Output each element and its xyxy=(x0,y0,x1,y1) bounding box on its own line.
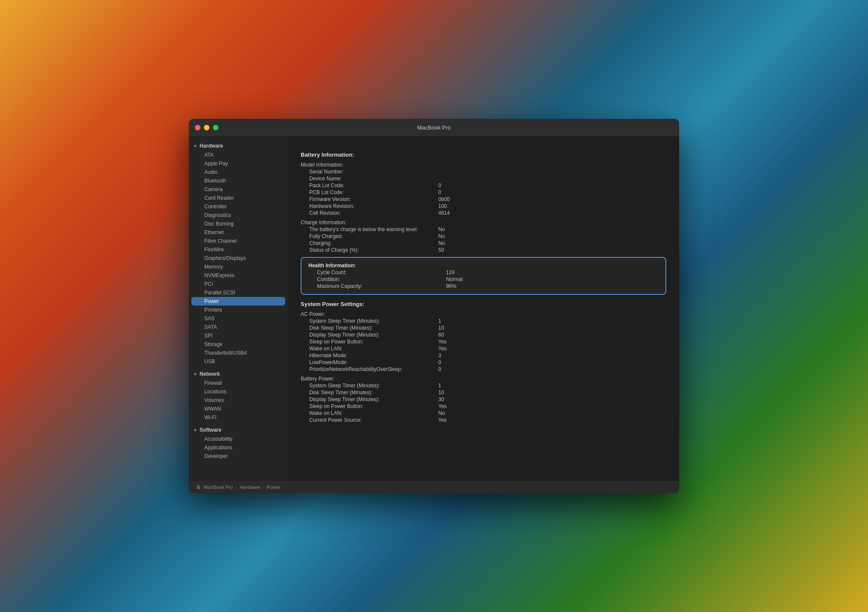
sidebar-item-card-reader[interactable]: Card Reader xyxy=(191,194,285,202)
breadcrumb-section2: Power xyxy=(267,485,280,490)
sidebar-item-fibre-channel[interactable]: Fibre Channel xyxy=(191,237,285,245)
model-info-label: Model Information: xyxy=(301,162,438,168)
sidebar-item-graphics-displays[interactable]: Graphics/Displays xyxy=(191,254,285,263)
health-info-title: Health Information: xyxy=(308,263,446,269)
bat-system-sleep-value: 1 xyxy=(438,383,441,389)
ac-disk-sleep-value: 10 xyxy=(438,325,444,331)
sidebar-item-wifi[interactable]: Wi-Fi xyxy=(191,413,285,422)
ac-prioritize-row: PrioritizeNetworkReachabilityOverSleep: … xyxy=(301,366,666,373)
charge-info-label: Charge Information: xyxy=(301,219,438,226)
battery-info-title: Battery Information: xyxy=(301,151,666,158)
window-title: MacBook Pro xyxy=(417,124,451,131)
pack-lot-code-row: Pack Lot Code: 0 xyxy=(301,182,666,189)
bat-wake-on-lan-value: No xyxy=(438,410,445,416)
fully-charged-label: Fully Charged: xyxy=(301,233,438,239)
sidebar-item-audio[interactable]: Audio xyxy=(191,168,285,176)
health-info-box: Health Information: Cycle Count: 124 Con… xyxy=(301,257,666,295)
hardware-revision-label: Hardware Revision: xyxy=(301,203,438,209)
sidebar-item-usb[interactable]: USB xyxy=(191,357,285,366)
warning-level-label: The battery's charge is below the warnin… xyxy=(301,226,438,232)
pcb-lot-code-row: PCB Lot Code: 0 xyxy=(301,189,666,196)
max-capacity-value: 96% xyxy=(446,283,456,289)
ac-hibernate-mode-row: Hibernate Mode: 3 xyxy=(301,352,666,359)
bat-disk-sleep-row: Disk Sleep Timer (Minutes): 10 xyxy=(301,389,666,396)
battery-power-label: Battery Power: xyxy=(301,376,438,382)
sidebar-item-thunderbolt[interactable]: Thunderbolt/USB4 xyxy=(191,349,285,357)
sidebar-item-ata[interactable]: ATA xyxy=(191,151,285,159)
ac-hibernate-mode-label: Hibernate Mode: xyxy=(301,352,438,359)
status-charge-label: Status of Charge (%): xyxy=(301,247,438,253)
sidebar-item-firewire[interactable]: FireWire xyxy=(191,245,285,254)
cycle-count-value: 124 xyxy=(446,269,455,275)
sidebar-item-storage[interactable]: Storage xyxy=(191,340,285,349)
bat-system-sleep-row: System Sleep Timer (Minutes): 1 xyxy=(301,382,666,389)
sidebar-item-developer[interactable]: Developer xyxy=(191,452,285,461)
maximize-button[interactable] xyxy=(213,125,219,130)
hardware-section-header[interactable]: ▼ Hardware xyxy=(189,141,288,151)
device-name-label: Device Name: xyxy=(301,176,438,182)
sidebar-item-printers[interactable]: Printers xyxy=(191,306,285,314)
status-charge-value: 50 xyxy=(438,247,444,253)
charge-info-block: Charge Information: The battery's charge… xyxy=(301,219,666,253)
ac-sleep-power-button-value: Yes xyxy=(438,339,447,345)
breadcrumb-section1: Hardware xyxy=(240,485,260,490)
model-info-row: Model Information: xyxy=(301,161,666,168)
ac-display-sleep-value: 60 xyxy=(438,332,444,338)
sidebar-item-camera[interactable]: Camera xyxy=(191,185,285,194)
ac-power-block: AC Power: System Sleep Timer (Minutes): … xyxy=(301,311,666,373)
cell-revision-label: Cell Revision: xyxy=(301,210,438,216)
sidebar-item-sata[interactable]: SATA xyxy=(191,323,285,331)
ac-disk-sleep-label: Disk Sleep Timer (Minutes): xyxy=(301,325,438,331)
sidebar-item-controller[interactable]: Controller xyxy=(191,202,285,211)
pack-lot-code-label: Pack Lot Code: xyxy=(301,182,438,189)
sidebar-item-volumes[interactable]: Volumes xyxy=(191,396,285,405)
sidebar-item-firewall[interactable]: Firewall xyxy=(191,379,285,387)
minimize-button[interactable] xyxy=(204,125,209,130)
ac-power-row: AC Power: xyxy=(301,311,666,318)
charge-info-row: Charge Information: xyxy=(301,219,666,226)
sidebar-item-applications[interactable]: Applications xyxy=(191,443,285,452)
bottom-bar: 🖥 MichBook Pro › Hardware › Power xyxy=(189,480,679,493)
software-section-header[interactable]: ▼ Software xyxy=(189,425,288,435)
sidebar-item-spi[interactable]: SPI xyxy=(191,331,285,340)
max-capacity-label: Maximum Capacity: xyxy=(308,283,446,289)
fully-charged-row: Fully Charged: No xyxy=(301,233,666,240)
charging-label: Charging: xyxy=(301,240,438,246)
ac-prioritize-value: 0 xyxy=(438,366,441,372)
firmware-version-value: 0b00 xyxy=(438,196,450,202)
sidebar-item-pci[interactable]: PCI xyxy=(191,280,285,288)
breadcrumb-computer: MichBook Pro xyxy=(203,485,233,490)
sidebar-item-bluetooth[interactable]: Bluetooth xyxy=(191,176,285,185)
bat-sleep-power-button-value: Yes xyxy=(438,403,447,409)
sidebar-item-apple-pay[interactable]: Apple Pay xyxy=(191,159,285,168)
bat-display-sleep-row: Display Sleep Timer (Minutes): 30 xyxy=(301,396,666,403)
condition-value: Normal xyxy=(446,276,463,282)
titlebar: MacBook Pro xyxy=(189,119,679,137)
sidebar-item-memory[interactable]: Memory xyxy=(191,263,285,271)
sidebar-item-parallel-scsi[interactable]: Parallel SCSI xyxy=(191,288,285,297)
condition-label: Condition: xyxy=(308,276,446,282)
cell-revision-value: 4814 xyxy=(438,210,450,216)
sidebar-item-diagnostics[interactable]: Diagnostics xyxy=(191,211,285,219)
sidebar-item-accessibility[interactable]: Accessibility xyxy=(191,435,285,443)
sidebar-item-disc-burning[interactable]: Disc Burning xyxy=(191,219,285,228)
main-window: MacBook Pro ▼ Hardware ATA Apple Pay Aud… xyxy=(189,119,679,493)
ac-prioritize-label: PrioritizeNetworkReachabilityOverSleep: xyxy=(301,366,438,372)
hardware-revision-row: Hardware Revision: 100 xyxy=(301,203,666,210)
sidebar-item-sas[interactable]: SAS xyxy=(191,314,285,323)
network-section-header[interactable]: ▼ Network xyxy=(189,369,288,379)
device-name-row: Device Name: xyxy=(301,175,666,182)
sidebar-item-nvmexpress[interactable]: NVMExpress xyxy=(191,271,285,280)
sidebar-item-ethernet[interactable]: Ethernet xyxy=(191,228,285,237)
close-button[interactable] xyxy=(195,125,200,130)
hardware-revision-value: 100 xyxy=(438,203,447,209)
network-chevron-icon: ▼ xyxy=(193,372,197,376)
breadcrumb-sep-1: › xyxy=(235,485,237,490)
sidebar-item-wwan[interactable]: WWAN xyxy=(191,405,285,413)
content-area: ▼ Hardware ATA Apple Pay Audio Bluetooth… xyxy=(189,137,679,480)
ac-system-sleep-label: System Sleep Timer (Minutes): xyxy=(301,318,438,324)
ac-sleep-power-button-label: Sleep on Power Button: xyxy=(301,339,438,345)
sidebar-item-power[interactable]: Power xyxy=(191,297,285,306)
sidebar-item-locations[interactable]: Locations xyxy=(191,387,285,396)
bat-system-sleep-label: System Sleep Timer (Minutes): xyxy=(301,383,438,389)
